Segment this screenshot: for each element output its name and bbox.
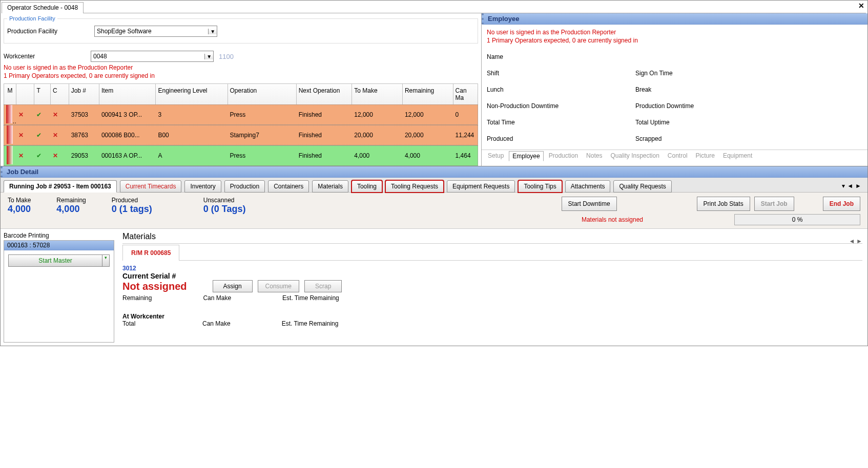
scrap-button[interactable]: Scrap <box>304 280 342 292</box>
tab-quality-requests[interactable]: Quality Requests <box>613 180 671 193</box>
consume-button[interactable]: Consume <box>258 280 299 292</box>
tomake-cell: 20,000 <box>352 131 403 140</box>
eng-cell: B00 <box>156 131 228 140</box>
x-icon[interactable]: ✕ <box>53 152 58 159</box>
tab-production[interactable]: Production <box>546 151 581 161</box>
grid-header-eng[interactable]: Engineering Level <box>156 84 228 104</box>
end-job-button[interactable]: End Job <box>823 197 860 211</box>
tab-production[interactable]: Production <box>224 180 265 193</box>
grid-header-blank[interactable] <box>16 84 35 104</box>
tab-quality-inspection[interactable]: Quality Inspection <box>607 151 662 161</box>
workcenter-label: Workcenter <box>4 53 91 60</box>
production-facility-fieldset: Production Facility Production Facility … <box>4 15 478 44</box>
table-row[interactable]: ✕✔✕38763000086 B00...B00Stamping7Finishe… <box>4 125 478 145</box>
check-icon[interactable]: ✔ <box>36 111 42 118</box>
chevron-right-icon[interactable]: ► <box>855 182 861 189</box>
check-icon[interactable]: ✔ <box>36 152 42 159</box>
close-icon[interactable]: ✕ <box>858 2 864 10</box>
start-master-dropdown[interactable]: ▾ <box>102 254 110 267</box>
progress-bar: 0 % <box>734 214 860 225</box>
tabs-more-icon[interactable]: ▾ <box>842 182 845 189</box>
item-cell: 000163 A OP... <box>99 151 156 160</box>
tomake-value: 4,000 <box>8 204 31 215</box>
tab-tooling-requests[interactable]: Tooling Requests <box>385 180 444 193</box>
tab-materials[interactable]: Materials <box>312 180 348 193</box>
tab-equipment-requests[interactable]: Equipment Requests <box>447 180 515 193</box>
grid-header-item[interactable]: Item <box>99 84 156 104</box>
facility-label: Production Facility <box>7 28 94 35</box>
window-tab[interactable]: Operator Schedule - 0048 <box>2 2 84 13</box>
error-text: 1 Primary Operators expected, 0 are curr… <box>4 72 478 79</box>
chevron-left-icon[interactable]: ◄ <box>849 238 855 245</box>
tab-picture[interactable]: Picture <box>693 151 718 161</box>
tab-notes[interactable]: Notes <box>583 151 605 161</box>
workcenter-combobox[interactable]: ▼ <box>91 51 214 62</box>
materials-tab[interactable]: R/M R 000685 <box>122 245 179 261</box>
tab-setup[interactable]: Setup <box>485 151 507 161</box>
x-icon[interactable]: ✕ <box>18 152 24 159</box>
chevron-left-icon[interactable]: ◄ <box>847 182 853 189</box>
chevron-right-icon[interactable]: ► <box>856 238 862 245</box>
tab-running-job-29053-item-000163[interactable]: Running Job # 29053 - Item 000163 <box>4 180 117 193</box>
totaltime-label: Total Time <box>487 119 635 126</box>
grid-header-tomake[interactable]: To Make <box>352 84 403 104</box>
x-icon[interactable]: ✕ <box>18 132 24 139</box>
eng-cell: 3 <box>156 110 228 119</box>
grid-header-t[interactable]: T <box>34 84 51 104</box>
employee-pane: Employee No user is signed in as the Pro… <box>481 13 867 166</box>
print-jobstats-button[interactable]: Print Job Stats <box>697 197 750 211</box>
grid-header-remaining[interactable]: Remaining <box>403 84 453 104</box>
x-icon[interactable]: ✕ <box>53 132 58 139</box>
assign-button[interactable]: Assign <box>213 280 253 292</box>
facility-combobox[interactable]: ▼ <box>94 26 217 37</box>
error-text: 1 Primary Operators expected, 0 are curr… <box>487 37 862 44</box>
chevron-down-icon[interactable]: ▼ <box>208 29 217 34</box>
workcenter-input[interactable] <box>91 53 204 60</box>
check-icon[interactable]: ✔ <box>36 132 42 139</box>
table-row[interactable]: ▶✕✔✕37503000941 3 OP...3PressFinished12,… <box>4 104 478 125</box>
signon-label: Sign On Time <box>635 70 673 77</box>
tab-current-timecards[interactable]: Current Timecards <box>120 180 182 193</box>
at-workcenter-label: At Workcenter <box>122 313 164 320</box>
barcode-header[interactable]: 000163 : 57028 <box>4 241 114 250</box>
tab-attachments[interactable]: Attachments <box>565 180 611 193</box>
schedule-grid: M T C Job # Item Engineering Level Opera… <box>4 83 478 166</box>
workcenter-hint: 1100 <box>214 53 234 60</box>
start-job-button[interactable]: Start Job <box>754 197 794 211</box>
grid-header-c[interactable]: C <box>51 84 69 104</box>
row-marker-icon <box>7 125 13 144</box>
x-icon[interactable]: ✕ <box>53 111 58 118</box>
employee-tabs: SetupEmployeeProductionNotesQuality Insp… <box>482 150 867 162</box>
tomake-cell: 4,000 <box>352 151 403 160</box>
break-label: Break <box>635 86 651 93</box>
start-downtime-button[interactable]: Start Downtime <box>562 197 617 211</box>
tomake-label: To Make <box>8 197 31 204</box>
current-serial-label: Current Serial # <box>122 272 862 280</box>
grid-header-m[interactable]: M <box>4 84 16 104</box>
grid-header-op[interactable]: Operation <box>228 84 297 104</box>
tab-control[interactable]: Control <box>665 151 691 161</box>
error-text: No user is signed in as the Production R… <box>4 64 478 71</box>
nextop-cell: Finished <box>297 110 353 119</box>
tab-employee[interactable]: Employee <box>509 151 543 161</box>
tab-equipment[interactable]: Equipment <box>720 151 755 161</box>
grid-header-nop[interactable]: Next Operation <box>297 84 353 104</box>
grid-header-job[interactable]: Job # <box>69 84 99 104</box>
table-row[interactable]: ✕✔✕29053000163 A OP...APressFinished4,00… <box>4 145 478 166</box>
nextop-cell: Finished <box>297 131 353 140</box>
canmake-cell: 0 <box>453 110 478 119</box>
job-detail-section: Job Detail Running Job # 29053 - Item 00… <box>1 166 867 346</box>
x-icon[interactable]: ✕ <box>18 111 24 118</box>
job-summary-bar: To Make4,000 Remaining4,000 Produced0 (1… <box>1 193 867 229</box>
tab-inventory[interactable]: Inventory <box>184 180 221 193</box>
tab-tooling[interactable]: Tooling <box>352 180 382 193</box>
pd-label: Production Downtime <box>635 102 694 110</box>
start-master-button[interactable]: Start Master <box>8 254 102 267</box>
chevron-down-icon[interactable]: ▼ <box>204 54 213 59</box>
tab-tooling-tips[interactable]: Tooling Tips <box>518 180 562 193</box>
op-cell: Stamping7 <box>228 131 297 140</box>
grid-header-canmake[interactable]: Can Ma <box>453 84 478 104</box>
facility-input[interactable] <box>95 28 208 35</box>
tab-containers[interactable]: Containers <box>268 180 309 193</box>
produced-label: Produced <box>487 135 635 142</box>
